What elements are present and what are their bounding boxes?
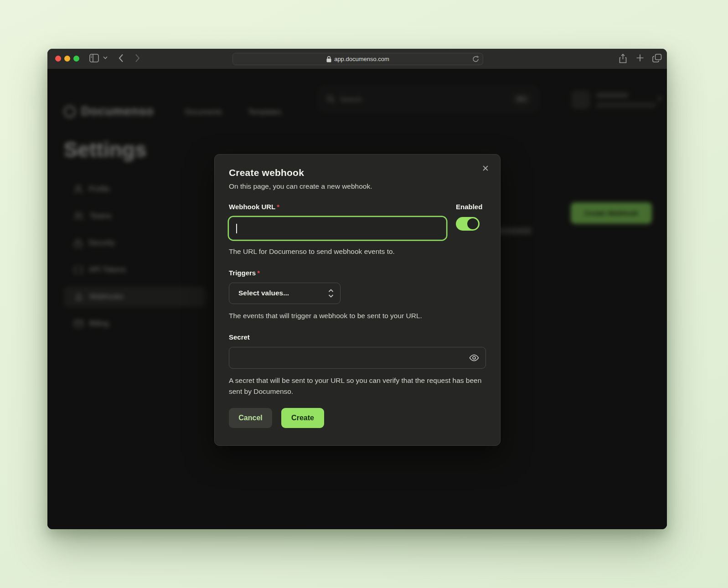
toggle-knob: [467, 218, 478, 229]
url-text: app.documenso.com: [334, 56, 389, 62]
secret-label: Secret: [229, 333, 250, 341]
close-icon[interactable]: ✕: [480, 162, 491, 174]
webhook-url-help: The URL for Documenso to send webhook ev…: [229, 246, 446, 258]
eye-icon[interactable]: [469, 354, 479, 362]
forward-button[interactable]: [135, 54, 140, 62]
sidebar-chevron-icon[interactable]: [103, 56, 108, 59]
new-tab-icon[interactable]: [636, 54, 644, 62]
enabled-toggle[interactable]: [456, 217, 480, 231]
enabled-label: Enabled: [456, 203, 482, 211]
close-window-button[interactable]: [55, 56, 61, 62]
triggers-help: The events that will trigger a webhook t…: [229, 310, 486, 322]
webhook-url-label: Webhook URL*: [229, 203, 279, 211]
browser-window: app.documenso.com: [47, 49, 667, 529]
modal-description: On this page, you can create a new webho…: [229, 182, 486, 191]
chevron-up-down-icon: [328, 289, 334, 298]
triggers-select[interactable]: Select values...: [229, 283, 341, 304]
sidebar-toggle-icon[interactable]: [89, 54, 99, 62]
lock-icon: [326, 56, 331, 62]
text-caret: [236, 224, 237, 233]
cancel-button[interactable]: Cancel: [229, 408, 272, 428]
reload-icon[interactable]: [472, 55, 479, 64]
webhook-url-input[interactable]: [229, 217, 446, 240]
share-icon[interactable]: [619, 54, 627, 63]
secret-input[interactable]: [229, 347, 486, 369]
tab-overview-icon[interactable]: [652, 54, 662, 62]
browser-toolbar: app.documenso.com: [47, 49, 667, 69]
create-webhook-modal: ✕ Create webhook On this page, you can c…: [214, 154, 501, 446]
required-asterisk: *: [277, 203, 279, 211]
triggers-label: Triggers*: [229, 269, 260, 277]
zoom-window-button[interactable]: [73, 56, 79, 62]
page-viewport: Documenso Documents Templates Search ⌘K: [47, 69, 667, 529]
secret-help: A secret that will be sent to your URL s…: [229, 375, 486, 398]
required-asterisk: *: [257, 269, 260, 277]
create-button[interactable]: Create: [281, 408, 324, 428]
modal-title: Create webhook: [229, 167, 486, 178]
back-button[interactable]: [119, 54, 124, 62]
triggers-placeholder: Select values...: [238, 289, 289, 297]
minimize-window-button[interactable]: [64, 56, 70, 62]
url-bar[interactable]: app.documenso.com: [232, 53, 483, 65]
